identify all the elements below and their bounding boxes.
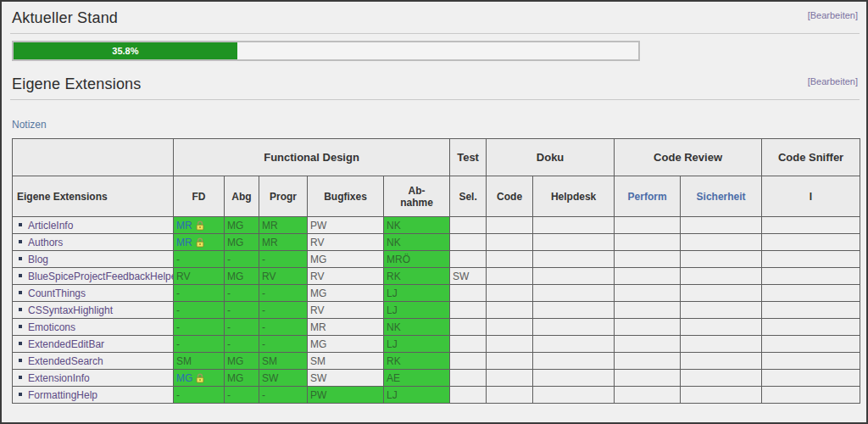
extension-link[interactable]: ExtensionInfo <box>28 372 90 384</box>
extension-link[interactable]: Emoticons <box>28 321 75 333</box>
col-header-sicherheit: Sicherheit <box>681 176 762 217</box>
extension-link[interactable]: FormattingHelp <box>28 389 97 401</box>
cell-perform <box>615 234 681 251</box>
col-header-sel: Sel. <box>450 176 487 217</box>
cell-extension-name: Authors <box>13 234 174 251</box>
cell-abnahme: AE <box>384 370 450 387</box>
cell-sniffer <box>762 285 860 302</box>
cell-extension-name: CountThings <box>13 285 174 302</box>
cell-bugfixes: MG <box>308 285 384 302</box>
cell-abnahme: NK <box>384 234 450 251</box>
cell-sicherheit <box>681 319 762 336</box>
cell-sicherheit <box>681 268 762 285</box>
cell-abg: MG <box>225 217 259 234</box>
lock-icon <box>195 220 205 231</box>
cell-code <box>487 319 533 336</box>
table-row: CSSyntaxHighlight---RVLJ <box>13 302 860 319</box>
cell-perform <box>615 353 681 370</box>
cell-bugfixes: MG <box>308 336 384 353</box>
extension-link[interactable]: ExtendedSearch <box>28 355 103 367</box>
progress-percent: 35.8% <box>112 46 138 56</box>
cell-sniffer <box>762 251 860 268</box>
cell-abg: MG <box>225 353 259 370</box>
edit-link[interactable]: [Bearbeiten] <box>808 10 858 20</box>
sicherheit-link[interactable]: Sicherheit <box>697 191 746 203</box>
cell-perform <box>615 268 681 285</box>
bullet-icon <box>19 359 22 362</box>
notizen-link[interactable]: Notizen <box>12 119 47 131</box>
cell-sniffer <box>762 268 860 285</box>
cell-progr: - <box>259 285 308 302</box>
cell-bugfixes: RV <box>308 302 384 319</box>
column-header-row: Eigene Extensions FD Abg Progr Bugfixes … <box>13 176 860 217</box>
cell-fd: MR <box>174 234 225 251</box>
cell-sniffer <box>762 319 860 336</box>
cell-bugfixes: PW <box>308 387 384 404</box>
cell-sniffer <box>762 370 860 387</box>
cell-extension-name: ArticleInfo <box>13 217 174 234</box>
table-row: AuthorsMRMGMRRVNK <box>13 234 860 251</box>
cell-code <box>487 285 533 302</box>
cell-helpdesk <box>533 285 615 302</box>
cell-helpdesk <box>533 387 615 404</box>
perform-link[interactable]: Perform <box>628 191 667 203</box>
cell-abnahme: LJ <box>384 285 450 302</box>
cell-fd: MR <box>174 217 225 234</box>
bullet-icon <box>19 274 22 277</box>
table-row: FormattingHelp---PWLJ <box>13 387 860 404</box>
cell-fd: - <box>174 319 225 336</box>
cell-extension-name: CSSyntaxHighlight <box>13 302 174 319</box>
cell-sniffer <box>762 217 860 234</box>
cell-link[interactable]: MG <box>176 372 192 384</box>
cell-fd: - <box>174 387 225 404</box>
extension-link[interactable]: BlueSpiceProjectFeedbackHelper <box>28 271 174 282</box>
cell-bugfixes: MG <box>308 251 384 268</box>
cell-progr: - <box>259 302 308 319</box>
progress-bar: 35.8% <box>12 41 640 61</box>
extension-link[interactable]: ExtendedEditBar <box>28 338 104 350</box>
extension-link[interactable]: Blog <box>28 254 48 265</box>
cell-bugfixes: MR <box>308 319 384 336</box>
cell-bugfixes: SW <box>308 370 384 387</box>
cell-abg: - <box>225 285 259 302</box>
cell-progr: SM <box>259 353 308 370</box>
cell-code <box>487 370 533 387</box>
cell-link[interactable]: MR <box>176 220 192 232</box>
table-row: ExtendedSearchSMMGSMSMRK <box>13 353 860 370</box>
cell-sel <box>450 302 487 319</box>
extension-link[interactable]: ArticleInfo <box>28 220 73 232</box>
cell-progr: MR <box>259 234 308 251</box>
cell-code <box>487 268 533 285</box>
table-row: ExtensionInfoMGMGSWSWAE <box>13 370 860 387</box>
cell-sicherheit <box>681 285 762 302</box>
cell-sniffer <box>762 353 860 370</box>
col-header-bugfixes: Bugfixes <box>308 176 384 217</box>
cell-abg: - <box>225 302 259 319</box>
table-row: ArticleInfoMRMGMRPWNK <box>13 217 860 234</box>
cell-link[interactable]: MR <box>176 237 192 248</box>
cell-sel <box>450 336 487 353</box>
extension-link[interactable]: CountThings <box>28 287 86 299</box>
cell-helpdesk <box>533 251 615 268</box>
cell-perform <box>615 251 681 268</box>
extension-link[interactable]: Authors <box>28 237 63 248</box>
extension-link[interactable]: CSSyntaxHighlight <box>28 304 113 316</box>
cell-fd: - <box>174 336 225 353</box>
bullet-icon <box>19 291 22 294</box>
cell-sel <box>450 370 487 387</box>
cell-abg: - <box>225 251 259 268</box>
table-row: ExtendedEditBar---MGLJ <box>13 336 860 353</box>
cell-sicherheit <box>681 217 762 234</box>
edit-link[interactable]: [Bearbeiten] <box>808 76 858 86</box>
cell-fd: - <box>174 302 225 319</box>
cell-abnahme: LJ <box>384 336 450 353</box>
cell-helpdesk <box>533 319 615 336</box>
cell-abg: - <box>225 336 259 353</box>
group-header-functional-design: Functional Design <box>174 139 450 176</box>
cell-helpdesk <box>533 268 615 285</box>
cell-abnahme: RK <box>384 268 450 285</box>
cell-progr: SW <box>259 370 308 387</box>
group-header-empty <box>13 139 174 176</box>
cell-bugfixes: RV <box>308 268 384 285</box>
cell-bugfixes: SM <box>308 353 384 370</box>
